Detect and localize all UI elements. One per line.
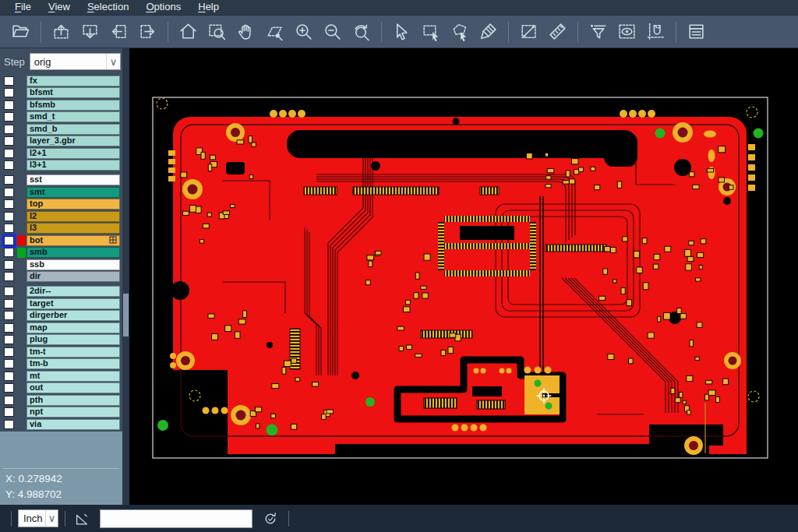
- layer-checkbox-smt[interactable]: [4, 188, 14, 197]
- zoom-in-icon[interactable]: [292, 20, 316, 44]
- layer-list-scrollbar[interactable]: [122, 48, 129, 505]
- layer-checkbox-target[interactable]: [4, 299, 14, 308]
- select-arrow-icon[interactable]: [390, 20, 414, 44]
- layer-name-sst[interactable]: sst: [26, 174, 120, 185]
- layer-checkbox-smd_t[interactable]: [4, 112, 14, 122]
- layer-name-pth[interactable]: pth: [26, 395, 120, 406]
- layer-checkbox-out[interactable]: [4, 383, 14, 393]
- layer-name-smb[interactable]: smb: [26, 247, 120, 258]
- zoom-home-icon[interactable]: [177, 20, 200, 44]
- clean-brush-icon[interactable]: [477, 20, 500, 44]
- snap-magnet-icon[interactable]: [644, 20, 668, 44]
- layer-checkbox-npt[interactable]: [4, 407, 14, 417]
- zoom-previous-icon[interactable]: [350, 20, 373, 44]
- layer-checkbox-dirgerber[interactable]: [4, 311, 14, 320]
- shift-down-icon[interactable]: [79, 20, 102, 44]
- layer-label: ssb: [30, 259, 44, 270]
- layer-name-target[interactable]: target: [26, 298, 120, 309]
- layer-name-top[interactable]: top: [26, 199, 120, 210]
- open-folder-icon[interactable]: [9, 20, 33, 44]
- report-list-icon[interactable]: [685, 20, 708, 44]
- layer-name-dir[interactable]: dir: [26, 271, 120, 282]
- layer-checkbox-l3[interactable]: [4, 224, 14, 233]
- step-value: orig: [34, 56, 51, 68]
- layer-name-l3[interactable]: l3: [26, 223, 120, 234]
- layer-checkbox-2dir--[interactable]: [4, 287, 14, 296]
- menu-item-options[interactable]: Options: [137, 1, 189, 14]
- layer-checkbox-bfsmt[interactable]: [4, 88, 14, 97]
- layer-checkbox-plug[interactable]: [4, 335, 14, 344]
- layer-name-bfsmb[interactable]: bfsmb: [26, 100, 120, 111]
- layer-name-bfsmt[interactable]: bfsmt: [26, 87, 120, 98]
- layer-name-bot[interactable]: bot: [26, 235, 120, 246]
- units-dropdown[interactable]: Inch ∨: [18, 509, 58, 527]
- layer-row-bot: bot: [0, 234, 122, 247]
- ruler-icon[interactable]: [546, 20, 570, 44]
- layer-checkbox-sst[interactable]: [4, 175, 14, 185]
- pcb-canvas[interactable]: [129, 48, 798, 505]
- layer-name-via[interactable]: via: [26, 419, 120, 430]
- shift-right-icon[interactable]: [136, 20, 160, 44]
- layer-checkbox-l3+1[interactable]: [4, 160, 14, 170]
- toolbar-separator: [41, 22, 41, 42]
- layer-color-swatch: [17, 112, 26, 122]
- layer-name-out[interactable]: out: [26, 382, 120, 393]
- layer-checkbox-fx[interactable]: [4, 76, 14, 86]
- layer-checkbox-smb[interactable]: [4, 248, 14, 257]
- zoom-window-icon[interactable]: [206, 20, 229, 44]
- measure-distance-icon[interactable]: [517, 20, 541, 44]
- layer-name-npt[interactable]: npt: [26, 407, 120, 417]
- filter-icon[interactable]: [587, 20, 610, 44]
- layer-name-map[interactable]: map: [26, 322, 120, 333]
- refresh-icon[interactable]: [260, 509, 281, 529]
- layer-checkbox-tm-t[interactable]: [4, 347, 14, 357]
- layer-checkbox-tm-b[interactable]: [4, 359, 14, 368]
- layer-checkbox-mt[interactable]: [4, 372, 14, 381]
- layer-checkbox-dir[interactable]: [4, 272, 14, 281]
- layer-name-fx[interactable]: fx: [26, 76, 120, 86]
- command-input[interactable]: [100, 509, 252, 528]
- layer-name-l2+1[interactable]: l2+1: [26, 148, 120, 159]
- pan-hand-icon[interactable]: [235, 20, 258, 44]
- layer-name-mt[interactable]: mt: [26, 371, 120, 382]
- bottom-separator: [65, 511, 65, 527]
- layer-checkbox-map[interactable]: [4, 323, 14, 333]
- shift-left-icon[interactable]: [108, 20, 131, 44]
- select-rectangle-icon[interactable]: [419, 20, 443, 44]
- corner-measure-icon[interactable]: [72, 509, 92, 529]
- layer-name-ssb[interactable]: ssb: [26, 259, 120, 270]
- menu-item-file[interactable]: File: [6, 1, 40, 14]
- menu-item-selection[interactable]: Selection: [79, 1, 137, 14]
- layer-name-tm-b[interactable]: tm-b: [26, 358, 120, 369]
- layer-name-l2[interactable]: l2: [26, 211, 120, 222]
- layer-checkbox-smd_b[interactable]: [4, 125, 14, 134]
- layer-name-l3+1[interactable]: l3+1: [26, 160, 120, 171]
- layer-checkbox-bot[interactable]: [4, 236, 14, 245]
- layer-label: map: [30, 322, 48, 333]
- menu-item-help[interactable]: Help: [189, 1, 228, 14]
- layer-checkbox-l2[interactable]: [4, 212, 14, 221]
- view-options-icon[interactable]: [616, 20, 639, 44]
- step-dropdown[interactable]: orig ∨: [30, 53, 121, 70]
- layer-name-plug[interactable]: plug: [26, 334, 120, 345]
- zoom-out-icon[interactable]: [321, 20, 344, 44]
- layer-name-smd_t[interactable]: smd_t: [26, 111, 120, 122]
- layer-checkbox-pth[interactable]: [4, 396, 14, 405]
- layer-name-smd_b[interactable]: smd_b: [26, 124, 120, 135]
- scrollbar-thumb[interactable]: [123, 294, 129, 336]
- select-polygon-icon[interactable]: [448, 20, 471, 44]
- layer-name-tm-t[interactable]: tm-t: [26, 347, 120, 358]
- layer-name-layer_3.gbr[interactable]: layer_3.gbr: [26, 136, 120, 146]
- layer-checkbox-bfsmb[interactable]: [4, 100, 14, 110]
- layer-name-dirgerber[interactable]: dirgerber: [26, 310, 120, 321]
- layer-checkbox-l2+1[interactable]: [4, 149, 14, 158]
- layer-name-2dir--[interactable]: 2dir--: [26, 286, 120, 297]
- shift-up-icon[interactable]: [50, 20, 73, 44]
- layer-checkbox-top[interactable]: [4, 199, 14, 209]
- menu-item-view[interactable]: View: [40, 1, 79, 14]
- layer-name-smt[interactable]: smt: [26, 187, 120, 198]
- layer-checkbox-via[interactable]: [4, 420, 14, 429]
- layer-checkbox-layer_3.gbr[interactable]: [4, 136, 14, 146]
- zoom-object-icon[interactable]: [263, 20, 287, 44]
- layer-checkbox-ssb[interactable]: [4, 260, 14, 270]
